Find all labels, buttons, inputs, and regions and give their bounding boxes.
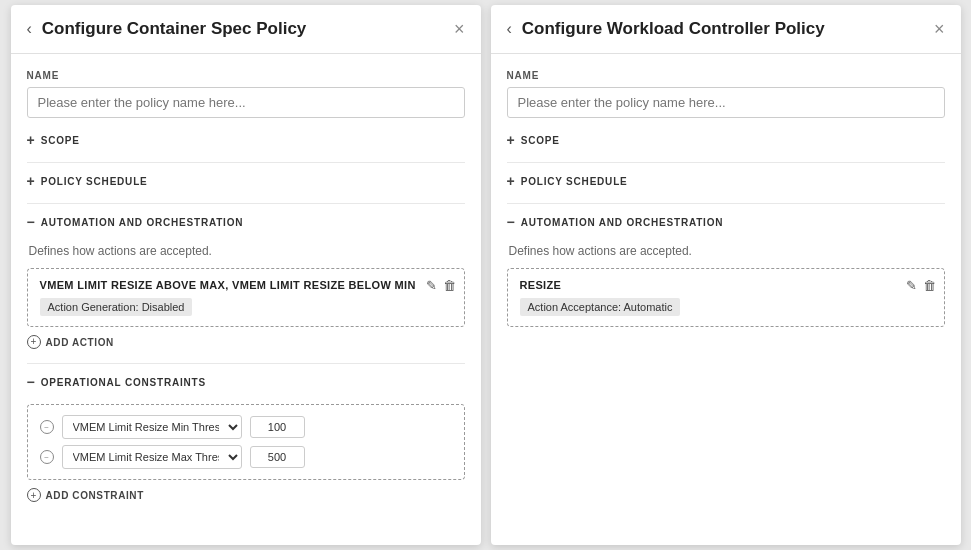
left-add-action-icon: + [27,335,41,349]
left-name-label: NAME [27,70,465,81]
right-automation-desc: Defines how actions are accepted. [507,244,945,258]
left-action-icons: ✎ 🗑 [426,279,456,292]
right-scope-icon: + [507,132,515,148]
left-name-input[interactable] [27,87,465,118]
left-schedule-label: POLICY SCHEDULE [41,176,148,187]
left-schedule-toggle[interactable]: + POLICY SCHEDULE [27,173,465,189]
right-action-card: RESIZE Action Acceptance: Automatic ✎ 🗑 [507,268,945,327]
left-constraint-icon-1: − [40,420,54,434]
right-panel-header: ‹ Configure Workload Controller Policy × [491,5,961,54]
right-scope-toggle[interactable]: + SCOPE [507,132,945,148]
right-close-button[interactable]: × [934,20,945,38]
left-constraints-toggle[interactable]: − OPERATIONAL CONSTRAINTS [27,374,465,390]
right-scope-label: SCOPE [521,135,560,146]
right-automation-icon: − [507,214,515,230]
left-constraints-icon: − [27,374,35,390]
left-close-button[interactable]: × [454,20,465,38]
left-constraint-select-1[interactable]: VMEM Limit Resize Min Thresho [62,415,242,439]
left-automation-icon: − [27,214,35,230]
right-back-button[interactable]: ‹ [507,20,512,38]
left-schedule-icon: + [27,173,35,189]
left-constraint-value-1[interactable] [250,416,305,438]
right-automation-label: AUTOMATION AND ORCHESTRATION [521,217,724,228]
right-action-badge: Action Acceptance: Automatic [520,298,681,316]
left-constraint-row-1: − VMEM Limit Resize Min Thresho [40,415,452,439]
left-scope-label: SCOPE [41,135,80,146]
left-add-action-label: ADD ACTION [46,337,114,348]
left-automation-content: Defines how actions are accepted. VMEM L… [27,244,465,349]
left-add-constraint-row[interactable]: + ADD CONSTRAINT [27,488,465,502]
right-automation-content: Defines how actions are accepted. RESIZE… [507,244,945,327]
left-constraint-value-2[interactable] [250,446,305,468]
left-constraint-select-2[interactable]: VMEM Limit Resize Max Thresho [62,445,242,469]
right-panel-title: Configure Workload Controller Policy [522,19,934,39]
left-constraints-label: OPERATIONAL CONSTRAINTS [41,377,206,388]
right-automation-toggle[interactable]: − AUTOMATION AND ORCHESTRATION [507,214,945,230]
left-add-constraint-icon: + [27,488,41,502]
right-action-edit-button[interactable]: ✎ [906,279,917,292]
left-scope-icon: + [27,132,35,148]
right-action-title: RESIZE [520,279,932,291]
left-add-action-row[interactable]: + ADD ACTION [27,335,465,349]
left-panel: ‹ Configure Container Spec Policy × NAME… [11,5,481,545]
right-action-delete-button[interactable]: 🗑 [923,279,936,292]
right-name-input[interactable] [507,87,945,118]
left-constraint-card: − VMEM Limit Resize Min Thresho − VMEM L… [27,404,465,480]
left-action-card: VMEM LIMIT RESIZE ABOVE MAX, VMEM LIMIT … [27,268,465,327]
right-panel-body: NAME + SCOPE + POLICY SCHEDULE − AUTOMAT… [491,54,961,545]
right-action-icons: ✎ 🗑 [906,279,936,292]
right-name-label: NAME [507,70,945,81]
right-schedule-label: POLICY SCHEDULE [521,176,628,187]
left-action-edit-button[interactable]: ✎ [426,279,437,292]
left-action-delete-button[interactable]: 🗑 [443,279,456,292]
left-automation-label: AUTOMATION AND ORCHESTRATION [41,217,244,228]
left-constraint-icon-2: − [40,450,54,464]
left-action-title: VMEM LIMIT RESIZE ABOVE MAX, VMEM LIMIT … [40,279,452,291]
left-back-button[interactable]: ‹ [27,20,32,38]
left-automation-toggle[interactable]: − AUTOMATION AND ORCHESTRATION [27,214,465,230]
left-constraints-content: − VMEM Limit Resize Min Thresho − VMEM L… [27,404,465,502]
left-action-badge: Action Generation: Disabled [40,298,193,316]
right-schedule-toggle[interactable]: + POLICY SCHEDULE [507,173,945,189]
right-schedule-icon: + [507,173,515,189]
left-scope-toggle[interactable]: + SCOPE [27,132,465,148]
left-add-constraint-label: ADD CONSTRAINT [46,490,144,501]
left-automation-desc: Defines how actions are accepted. [27,244,465,258]
left-panel-title: Configure Container Spec Policy [42,19,454,39]
left-panel-header: ‹ Configure Container Spec Policy × [11,5,481,54]
left-panel-body: NAME + SCOPE + POLICY SCHEDULE − AUTOMAT… [11,54,481,545]
left-constraint-row-2: − VMEM Limit Resize Max Thresho [40,445,452,469]
right-panel: ‹ Configure Workload Controller Policy ×… [491,5,961,545]
